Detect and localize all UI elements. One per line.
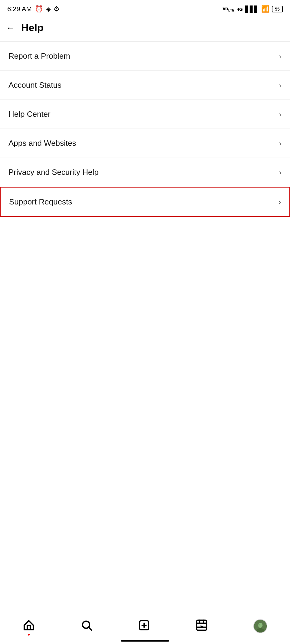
create-icon [138, 619, 150, 633]
status-left: 6:29 AM ⏰ ◈ ⚙ [7, 5, 60, 13]
menu-item-label: Apps and Websites [8, 139, 76, 148]
svg-rect-5 [197, 620, 207, 630]
menu-item-report-problem[interactable]: Report a Problem › [0, 41, 290, 71]
menu-list: Report a Problem › Account Status › Help… [0, 41, 290, 217]
chevron-right-icon: › [279, 81, 282, 90]
bottom-home-indicator [121, 640, 169, 642]
chevron-right-icon: › [278, 198, 281, 206]
menu-item-label: Support Requests [9, 197, 72, 207]
alarm-icon: ⏰ [35, 5, 43, 13]
nav-reels[interactable] [196, 619, 208, 633]
menu-item-privacy-security[interactable]: Privacy and Security Help › [0, 158, 290, 187]
menu-item-label: Privacy and Security Help [8, 168, 99, 177]
chevron-right-icon: › [279, 139, 282, 148]
menu-item-support-requests[interactable]: Support Requests › [0, 187, 290, 217]
settings-icon: ⚙ [54, 5, 60, 13]
status-bar: 6:29 AM ⏰ ◈ ⚙ VoLTE 4G ▋▋▋ 📶 55 [0, 0, 290, 17]
chevron-right-icon: › [279, 52, 282, 60]
chevron-right-icon: › [279, 168, 282, 177]
svg-line-1 [89, 627, 91, 630]
content-area [0, 217, 290, 580]
nav-create[interactable] [138, 619, 150, 633]
menu-item-apps-websites[interactable]: Apps and Websites › [0, 129, 290, 158]
page-title: Help [21, 22, 44, 34]
avatar [253, 619, 267, 633]
status-right: VoLTE 4G ▋▋▋ 📶 55 [222, 5, 283, 13]
menu-item-help-center[interactable]: Help Center › [0, 100, 290, 129]
back-button[interactable]: ← [6, 23, 15, 32]
menu-item-label: Report a Problem [8, 51, 70, 61]
signal-4g-icon: 4G [237, 7, 243, 12]
search-icon [81, 619, 93, 633]
nav-search[interactable] [81, 619, 93, 633]
nfc-icon: ◈ [46, 5, 51, 13]
volte-icon: VoLTE [222, 6, 234, 12]
home-icon [23, 619, 35, 633]
nav-home[interactable] [23, 619, 35, 633]
menu-item-account-status[interactable]: Account Status › [0, 71, 290, 100]
bottom-navigation [0, 611, 290, 644]
wifi-icon: 📶 [261, 5, 269, 13]
menu-item-label: Help Center [8, 110, 51, 119]
header: ← Help [0, 17, 290, 38]
reels-icon [196, 619, 208, 633]
battery-icon: 55 [272, 6, 283, 12]
chevron-right-icon: › [279, 110, 282, 119]
nav-profile[interactable] [253, 619, 267, 633]
menu-item-label: Account Status [8, 80, 61, 90]
home-dot-indicator [28, 634, 30, 636]
svg-point-14 [258, 624, 259, 625]
signal-bars-icon: ▋▋▋ [245, 5, 259, 13]
status-time: 6:29 AM [7, 5, 32, 13]
